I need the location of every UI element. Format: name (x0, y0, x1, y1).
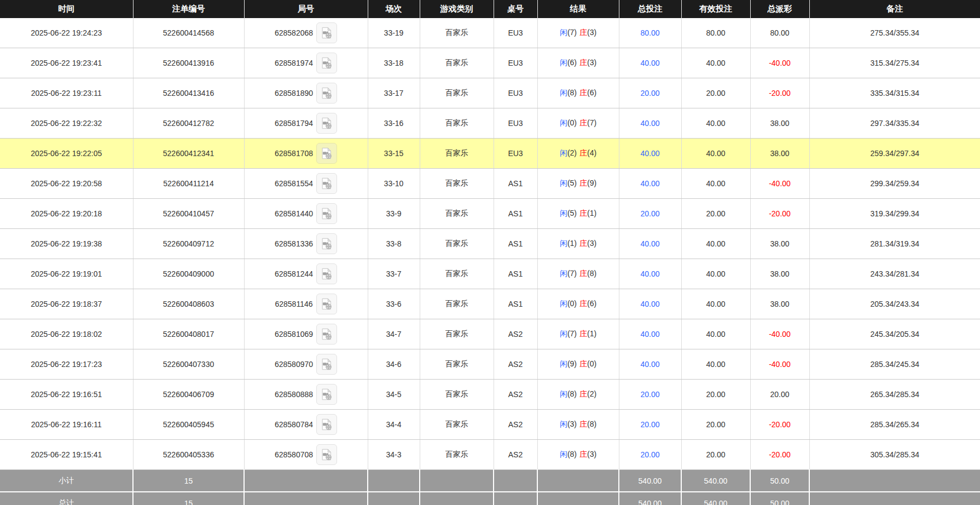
result-player-score: (0) (567, 299, 577, 308)
cell-time: 2025-06-22 19:22:05 (0, 139, 133, 169)
result-banker-score: (1) (587, 329, 596, 338)
cell-session: 33-9 (368, 199, 420, 229)
cell-total-bet: 40.00 (619, 319, 681, 349)
summary-empty-table-id (494, 492, 537, 505)
cell-valid-bet: 40.00 (681, 48, 750, 78)
video-playback-button[interactable] (316, 203, 337, 224)
video-playback-button[interactable] (316, 384, 337, 405)
cell-result: 闲(5)庄(1) (537, 199, 619, 229)
cell-total-bet: 40.00 (619, 169, 681, 199)
video-playback-button[interactable] (316, 414, 337, 435)
result-banker-score: (8) (587, 269, 596, 278)
cell-round: 628580888 (244, 380, 368, 410)
cell-total-bet: 20.00 (619, 410, 681, 440)
bet-history-table: 时间注单编号局号场次游戏类别桌号结果总投注有效投注总派彩备注 2025-06-2… (0, 0, 980, 505)
result-banker-label: 庄 (579, 179, 587, 187)
cell-bet-id: 522600408603 (133, 289, 244, 319)
result-banker-label: 庄 (579, 420, 587, 428)
cell-table-id: EU3 (494, 139, 537, 169)
video-playback-button[interactable] (316, 263, 337, 284)
cell-time: 2025-06-22 19:15:41 (0, 440, 133, 470)
cell-session: 34-6 (368, 349, 420, 380)
cell-remark: 243.34/281.34 (809, 259, 980, 289)
video-playback-button[interactable] (316, 354, 337, 375)
video-playback-button[interactable] (316, 113, 337, 134)
cell-remark: 245.34/205.34 (809, 319, 980, 349)
table-row[interactable]: 2025-06-22 19:17:23 522600407330 6285809… (0, 349, 980, 380)
result-player-label: 闲 (560, 239, 567, 248)
table-row[interactable]: 2025-06-22 19:20:58 522600411214 6285815… (0, 169, 980, 199)
cell-round: 628581336 (244, 229, 368, 259)
result-banker-label: 庄 (579, 269, 587, 278)
cell-remark: 335.34/315.34 (809, 78, 980, 108)
table-row[interactable]: 2025-06-22 19:19:01 522600409000 6285812… (0, 259, 980, 289)
cell-bet-id: 522600405945 (133, 410, 244, 440)
video-playback-button[interactable] (316, 233, 337, 254)
summary-empty-result (537, 470, 619, 492)
table-row[interactable]: 2025-06-22 19:19:38 522600409712 6285813… (0, 229, 980, 259)
cell-remark: 205.34/243.34 (809, 289, 980, 319)
cell-valid-bet: 20.00 (681, 199, 750, 229)
round-number: 628581794 (275, 119, 313, 128)
result-player-label: 闲 (560, 389, 567, 398)
cell-result: 闲(8)庄(3) (537, 440, 619, 470)
cell-round: 628581069 (244, 319, 368, 349)
video-playback-button[interactable] (316, 22, 337, 43)
cell-total-bet: 40.00 (619, 259, 681, 289)
result-banker-label: 庄 (579, 58, 587, 67)
column-header-table_id: 桌号 (494, 0, 537, 18)
table-row[interactable]: 2025-06-22 19:20:18 522600410457 6285814… (0, 199, 980, 229)
result-banker-label: 庄 (579, 118, 587, 127)
cell-bet-id: 522600411214 (133, 169, 244, 199)
result-banker-label: 庄 (579, 299, 587, 308)
cell-table-id: EU3 (494, 48, 537, 78)
table-row[interactable]: 2025-06-22 19:16:11 522600405945 6285807… (0, 410, 980, 440)
cell-table-id: AS2 (494, 349, 537, 380)
result-banker-label: 庄 (579, 389, 587, 398)
cell-total-bet: 40.00 (619, 139, 681, 169)
video-playback-button[interactable] (316, 143, 337, 164)
cell-game-type: 百家乐 (420, 139, 494, 169)
video-playback-button[interactable] (316, 294, 337, 314)
table-row[interactable]: 2025-06-22 19:16:51 522600406709 6285808… (0, 380, 980, 410)
cell-bet-id: 522600407330 (133, 349, 244, 380)
table-row[interactable]: 2025-06-22 19:15:41 522600405336 6285807… (0, 440, 980, 470)
summary-empty-game-type (420, 492, 494, 505)
table-row[interactable]: 2025-06-22 19:22:32 522600412782 6285817… (0, 108, 980, 139)
table-footer: 小计 15 540.00 540.00 50.00 总计 15 540.00 5… (0, 470, 980, 505)
video-playback-button[interactable] (316, 173, 337, 194)
cell-bet-id: 522600408017 (133, 319, 244, 349)
result-player-label: 闲 (560, 269, 567, 278)
result-banker-score: (7) (587, 118, 596, 127)
cell-time: 2025-06-22 19:18:02 (0, 319, 133, 349)
result-banker-score: (6) (587, 299, 596, 308)
cell-result: 闲(5)庄(9) (537, 169, 619, 199)
video-playback-button[interactable] (316, 324, 337, 345)
cell-game-type: 百家乐 (420, 18, 494, 48)
table-row[interactable]: 2025-06-22 19:18:37 522600408603 6285811… (0, 289, 980, 319)
column-header-remark: 备注 (809, 0, 980, 18)
cell-remark: 259.34/297.34 (809, 139, 980, 169)
cell-table-id: AS1 (494, 289, 537, 319)
table-row[interactable]: 2025-06-22 19:24:23 522600414568 6285820… (0, 18, 980, 48)
table-row[interactable]: 2025-06-22 19:22:05 522600412341 6285817… (0, 139, 980, 169)
summary-label: 小计 (0, 470, 133, 492)
cell-payout: 80.00 (750, 18, 809, 48)
cell-valid-bet: 20.00 (681, 380, 750, 410)
column-header-total_bet: 总投注 (619, 0, 681, 18)
table-row[interactable]: 2025-06-22 19:18:02 522600408017 6285810… (0, 319, 980, 349)
result-banker-score: (9) (587, 179, 596, 187)
cell-result: 闲(2)庄(4) (537, 139, 619, 169)
table-row[interactable]: 2025-06-22 19:23:41 522600413916 6285819… (0, 48, 980, 78)
summary-row: 总计 15 540.00 540.00 50.00 (0, 492, 980, 505)
video-playback-button[interactable] (316, 83, 337, 104)
cell-session: 34-7 (368, 319, 420, 349)
cell-total-bet: 40.00 (619, 229, 681, 259)
cell-bet-id: 522600412341 (133, 139, 244, 169)
column-header-result: 结果 (537, 0, 619, 18)
cell-game-type: 百家乐 (420, 78, 494, 108)
video-playback-button[interactable] (316, 444, 337, 465)
cell-game-type: 百家乐 (420, 440, 494, 470)
video-playback-button[interactable] (316, 53, 337, 73)
table-row[interactable]: 2025-06-22 19:23:11 522600413416 6285818… (0, 78, 980, 108)
